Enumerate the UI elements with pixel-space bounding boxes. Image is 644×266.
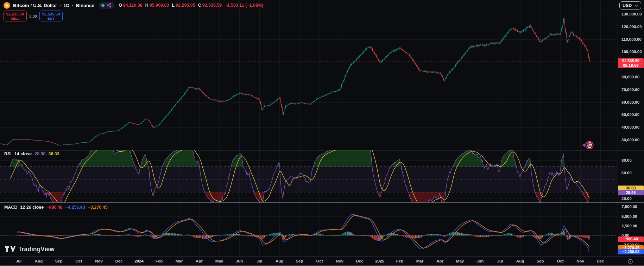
macd-title: MACD — [4, 205, 18, 210]
price-axis-label: 110,000.00 — [621, 37, 642, 41]
time-label: Apr — [196, 259, 203, 263]
price-axis-label: 130,000.00 — [621, 12, 642, 16]
time-label: Mar — [416, 259, 423, 263]
time-label: Dec — [356, 259, 363, 263]
rsi-value-badge: 28.98 — [618, 190, 644, 195]
open-label: O — [119, 3, 122, 8]
us-flag-icon — [585, 141, 594, 149]
circled-dot-icon — [627, 259, 633, 264]
close-label: C — [198, 3, 201, 8]
price-axis-label: 80,000.00 — [621, 75, 639, 79]
window-bottom-edge — [0, 265, 644, 266]
time-label: Nov — [95, 259, 103, 263]
market-status-pill[interactable] — [99, 2, 114, 9]
tradingview-logo[interactable]: TradingView — [5, 246, 55, 253]
macd-hist-value: −986.48 — [46, 205, 63, 210]
share-icon — [107, 3, 112, 8]
time-label: Oct — [316, 259, 323, 263]
time-label: Sep — [296, 259, 303, 263]
time-label: Jun — [476, 259, 484, 263]
rsi-axis-label: 80.00 — [621, 158, 632, 162]
separator-dot: · — [59, 3, 61, 8]
rsi-title: RSI — [4, 151, 12, 156]
time-label: May — [215, 259, 223, 263]
low-value: 92,295.05 — [176, 3, 195, 8]
time-label: May — [456, 259, 464, 263]
time-label: Mar — [176, 259, 183, 263]
time-label: Oct — [557, 259, 563, 263]
time-label: Sep — [536, 259, 544, 263]
chart-canvas[interactable] — [0, 0, 644, 266]
open-value: 94,110.38 — [123, 3, 143, 8]
time-label: 2024 — [134, 259, 144, 263]
price-axis-label: 100,000.00 — [621, 50, 642, 54]
tradingview-mark-icon — [5, 246, 15, 253]
event-arrow-icon — [582, 143, 585, 147]
chart-app: ₿ Bitcoin / U.S. Dollar · 1D · Binance O… — [0, 0, 644, 266]
sell-price: 92,535.59 — [4, 12, 26, 17]
separator-dot: · — [72, 3, 74, 8]
macd-axis-label: 5,000.00 — [621, 214, 637, 219]
rsi-legend[interactable]: RSI 14 close 28.98 36.03 — [4, 151, 59, 156]
macd-value-badge: −986.48 — [618, 236, 644, 242]
high-label: H — [145, 3, 149, 8]
time-label: Jul — [16, 259, 22, 263]
chevron-down-icon — [635, 5, 638, 7]
sell-label: SELL — [4, 17, 26, 20]
buy-button[interactable]: 92,535.59 BUY — [39, 11, 63, 21]
symbol-name: Bitcoin / U.S. Dollar — [13, 3, 57, 8]
tradingview-logo-text: TradingView — [18, 246, 55, 253]
bitcoin-logo-icon: ₿ — [4, 2, 10, 9]
time-label: Dec — [596, 259, 604, 263]
macd-legend[interactable]: MACD 12 26 close −986.48 −4,256.93 −3,27… — [4, 205, 108, 210]
rsi-ma-value: 36.03 — [48, 151, 59, 156]
time-scale[interactable]: JulAugSepOctNovDec2024FebMarAprMayJunJul… — [0, 256, 644, 266]
price-scale[interactable]: 130,000.00120,000.00110,000.00100,000.00… — [618, 0, 644, 256]
ohlc-readout: O 94,110.38 H 95,909.83 L 92,295.05 C 92… — [119, 3, 263, 8]
macd-signal-value: −3,270.45 — [88, 205, 108, 210]
price-axis-label: 120,000.00 — [621, 25, 642, 29]
sell-button[interactable]: 92,535.59 SELL — [4, 11, 27, 21]
buy-label: BUY — [40, 17, 62, 20]
high-value: 95,909.83 — [150, 3, 169, 8]
price-axis-label: 50,000.00 — [621, 112, 639, 117]
scroll-to-now-button[interactable] — [627, 259, 633, 264]
time-label: Feb — [396, 259, 403, 263]
symbol-title[interactable]: Bitcoin / U.S. Dollar · 1D · Binance — [13, 3, 94, 8]
symbol-interval: 1D — [63, 3, 69, 8]
rsi-line-value: 28.98 — [34, 151, 45, 156]
currency-label: USD — [623, 3, 632, 8]
pane-separator[interactable] — [0, 150, 644, 150]
time-label: Jun — [236, 259, 243, 263]
macd-axis-label: 2,500.00 — [621, 224, 637, 228]
time-label: Feb — [156, 259, 163, 263]
price-axis-label: 40,000.00 — [621, 125, 639, 129]
low-label: L — [172, 3, 175, 8]
time-label: Aug — [516, 259, 524, 263]
price-axis-label: 70,000.00 — [621, 87, 639, 92]
time-label: Apr — [436, 259, 443, 263]
chart-header: ₿ Bitcoin / U.S. Dollar · 1D · Binance O… — [4, 1, 263, 9]
spread-value: 0.00 — [27, 14, 39, 18]
change-value: −1,583.11 (−1.68%) — [225, 3, 263, 8]
time-label: Aug — [35, 259, 43, 263]
macd-value-badge: −4,256.93 — [618, 249, 644, 254]
price-axis-label: 30,000.00 — [621, 138, 639, 142]
symbol-exchange: Binance — [76, 3, 95, 8]
time-label: Oct — [75, 259, 82, 263]
price-axis-label: 60,000.00 — [621, 100, 639, 104]
rsi-params: 14 close — [14, 151, 32, 156]
time-label: Sep — [55, 259, 62, 263]
economic-event-marker[interactable] — [582, 141, 594, 149]
last-price-badge: 92,535.5905:19:56 — [618, 58, 644, 68]
macd-line-value: −4,256.93 — [65, 205, 85, 210]
time-label: 2025 — [375, 259, 384, 263]
time-label: Nov — [336, 259, 343, 263]
currency-selector[interactable]: USD — [619, 1, 641, 9]
macd-params: 12 26 close — [20, 205, 44, 210]
buy-price: 92,535.59 — [40, 12, 62, 17]
time-label: Aug — [276, 259, 283, 263]
macd-axis-label: 7,500.00 — [621, 205, 637, 209]
pane-separator[interactable] — [0, 202, 644, 203]
time-label: Dec — [115, 259, 122, 263]
